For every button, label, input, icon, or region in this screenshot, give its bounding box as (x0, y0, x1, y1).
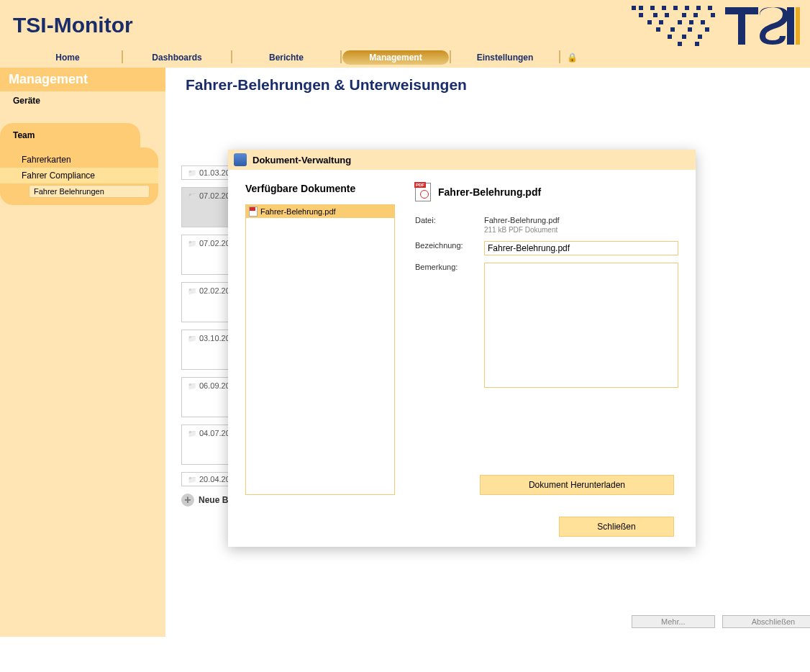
svg-rect-25 (698, 35, 702, 39)
bottom-actions: Mehr... Abschließen (632, 615, 810, 628)
pdf-icon (249, 206, 258, 217)
file-value: Fahrer-Belehrung.pdf 211 kB PDF Dokument (484, 216, 678, 234)
finalize-button[interactable]: Abschließen (722, 615, 810, 628)
svg-rect-29 (738, 7, 745, 45)
database-icon (234, 153, 247, 166)
svg-rect-0 (632, 6, 636, 10)
download-button[interactable]: Dokument Herunterladen (480, 475, 674, 495)
remark-textarea[interactable] (484, 263, 678, 388)
svg-rect-15 (659, 20, 663, 24)
svg-rect-3 (662, 6, 666, 10)
document-management-modal: Dokument-Verwaltung Verfügbare Dokumente… (228, 150, 696, 547)
more-button[interactable]: Mehr... (632, 615, 715, 628)
sidebar-item-compliance[interactable]: Fahrer Compliance (0, 168, 158, 183)
svg-rect-16 (678, 20, 682, 24)
nav-reports[interactable]: Berichte (233, 50, 340, 65)
svg-rect-27 (695, 42, 699, 46)
pdf-large-icon (415, 183, 431, 201)
svg-rect-2 (650, 6, 655, 10)
nav-home[interactable]: Home (14, 50, 121, 65)
document-name-header: Fahrer-Belehrung.pdf (415, 183, 678, 201)
svg-rect-4 (673, 6, 678, 10)
modal-title: Dokument-Verwaltung (252, 155, 351, 165)
svg-rect-13 (711, 13, 715, 17)
brand-logo (632, 3, 804, 50)
svg-rect-6 (696, 6, 701, 10)
sidebar-item-fahrerkarten[interactable]: Fahrerkarten (0, 152, 158, 168)
sidebar: Management Geräte Team Fahrerkarten Fahr… (0, 68, 165, 637)
folder-icon (188, 381, 196, 390)
nav-settings[interactable]: Einstellungen (452, 50, 558, 65)
sidebar-team-group: Fahrerkarten Fahrer Compliance Fahrer Be… (0, 147, 158, 205)
folder-icon (188, 429, 196, 437)
document-item[interactable]: Fahrer-Belehrung.pdf (246, 205, 394, 218)
svg-rect-22 (705, 27, 709, 32)
svg-rect-9 (653, 13, 657, 17)
document-list: Fahrer-Belehrung.pdf (245, 204, 395, 495)
plus-icon: + (181, 494, 194, 507)
available-documents-column: Verfügbare Dokumente Fahrer-Belehrung.pd… (245, 183, 395, 495)
svg-rect-19 (656, 27, 660, 32)
svg-rect-5 (685, 6, 689, 10)
folder-icon (188, 286, 196, 295)
svg-rect-21 (688, 27, 692, 32)
svg-rect-24 (682, 35, 686, 39)
svg-rect-31 (796, 7, 800, 45)
designation-label: Bezeichnung: (415, 241, 484, 255)
app-title: TSI-Monitor (13, 13, 133, 37)
lock-icon[interactable]: 🔒 (561, 50, 583, 68)
svg-rect-11 (682, 13, 686, 17)
svg-rect-20 (670, 27, 675, 32)
document-details-column: Fahrer-Belehrung.pdf Datei: Fahrer-Beleh… (415, 183, 678, 495)
remark-label: Bemerkung: (415, 263, 484, 388)
app-header: TSI-Monitor (0, 0, 810, 50)
modal-header: Dokument-Verwaltung (228, 150, 696, 170)
file-label: Datei: (415, 216, 484, 234)
folder-icon (188, 334, 196, 342)
folder-icon (188, 475, 196, 483)
svg-rect-1 (639, 6, 643, 10)
designation-input[interactable] (484, 241, 678, 255)
svg-rect-7 (708, 6, 712, 10)
svg-rect-26 (678, 42, 682, 46)
folder-icon (188, 191, 196, 200)
sidebar-item-team[interactable]: Team (0, 123, 140, 147)
page-title: Fahrer-Belehrungen & Unterweisungen (186, 76, 810, 94)
sidebar-item-devices[interactable]: Geräte (0, 91, 165, 110)
folder-icon (188, 168, 196, 177)
sidebar-section-header: Management (0, 68, 165, 91)
available-docs-title: Verfügbare Dokumente (245, 183, 395, 194)
svg-rect-17 (689, 20, 693, 24)
main-nav: Home Dashboards Berichte Management Eins… (0, 50, 810, 68)
sidebar-item-belehrungen[interactable]: Fahrer Belehrungen (29, 185, 150, 198)
folder-icon (188, 239, 196, 248)
svg-rect-30 (787, 7, 794, 45)
svg-rect-18 (701, 20, 705, 24)
close-button[interactable]: Schließen (559, 517, 674, 537)
nav-dashboards[interactable]: Dashboards (124, 50, 230, 65)
svg-rect-8 (639, 13, 643, 17)
nav-management[interactable]: Management (342, 50, 449, 65)
svg-rect-14 (647, 20, 652, 24)
svg-rect-10 (665, 13, 669, 17)
svg-rect-12 (693, 13, 698, 17)
svg-rect-23 (668, 35, 672, 39)
